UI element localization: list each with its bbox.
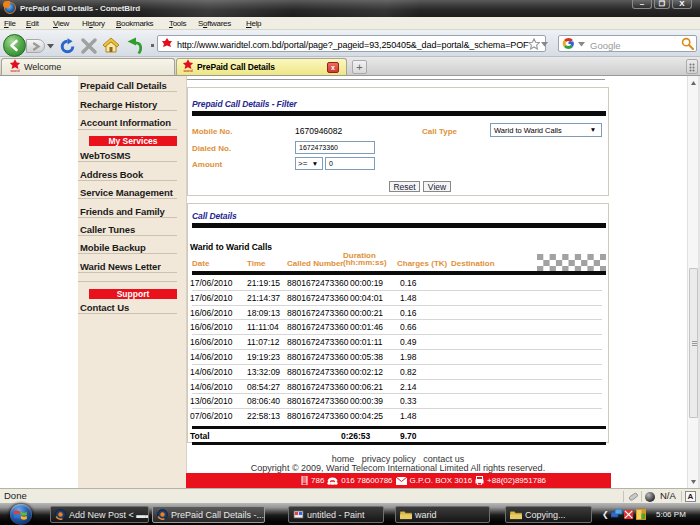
svg-text:warid: warid xyxy=(10,69,19,73)
svg-text:warid: warid xyxy=(183,69,192,73)
